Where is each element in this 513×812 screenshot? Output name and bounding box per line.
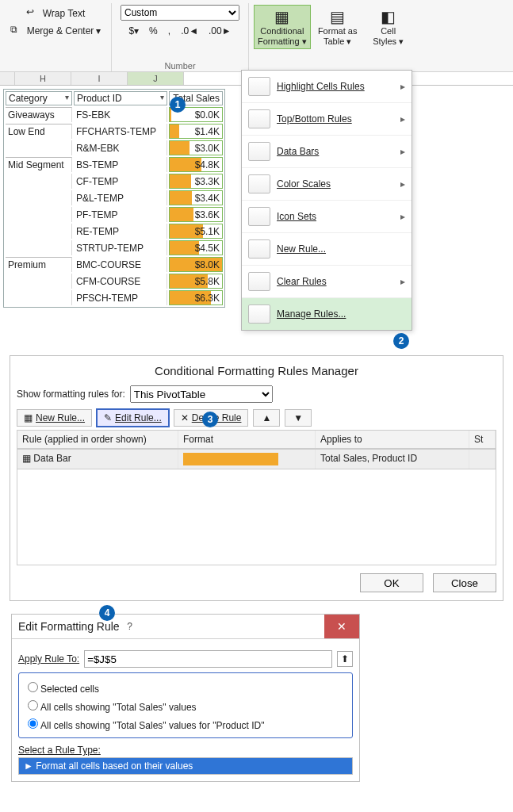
edit-rule-label: Edit Rule... bbox=[115, 412, 162, 423]
sales-cell[interactable]: $6.3K bbox=[169, 290, 223, 305]
cat-cell bbox=[6, 240, 72, 255]
cat-cell: Mid Segment bbox=[6, 157, 72, 172]
menu-item[interactable]: Icon Sets▸ bbox=[242, 200, 412, 232]
fat-label: Format as Table ▾ bbox=[318, 26, 358, 47]
wrap-text-button[interactable]: ↩Wrap Text bbox=[23, 5, 89, 22]
sales-value: $3.0K bbox=[170, 143, 222, 154]
manage-rules-menu-item[interactable]: Manage Rules... bbox=[242, 297, 412, 330]
close-button[interactable]: Close bbox=[433, 573, 496, 592]
scope-radio-group: Selected cells All cells showing "Total … bbox=[18, 672, 353, 738]
ribbon: ↩Wrap Text ⧉Merge & Center ▾ Custom $▾ %… bbox=[0, 0, 513, 72]
dialog-close-button[interactable]: ✕ bbox=[324, 615, 359, 638]
menu-item[interactable]: Top/Bottom Rules▸ bbox=[242, 102, 412, 135]
comma-button[interactable]: , bbox=[165, 24, 174, 38]
increase-decimal-button[interactable]: .0◄ bbox=[178, 24, 201, 38]
col-i[interactable]: I bbox=[71, 72, 128, 85]
pivot-table[interactable]: Category Product ID Total Sales Giveaway… bbox=[3, 89, 225, 308]
edit-rule-icon: ✎ bbox=[104, 412, 112, 423]
product-cell: FFCHARTS-TEMP bbox=[74, 124, 167, 139]
edit-rule-button[interactable]: ✎Edit Rule... bbox=[97, 409, 169, 427]
hdr-rule: Rule (applied in order shown) bbox=[17, 431, 178, 448]
databar-icon: ▦ bbox=[22, 453, 33, 464]
sales-cell[interactable]: $3.4K bbox=[169, 190, 223, 205]
opt-all-total[interactable]: All cells showing "Total Sales" values bbox=[24, 696, 347, 714]
sales-cell[interactable]: $3.3K bbox=[169, 174, 223, 189]
styles-group: ▦ Conditional Formatting ▾ ▤ Format as T… bbox=[249, 3, 513, 71]
conditional-formatting-icon: ▦ bbox=[274, 7, 289, 26]
sales-cell[interactable]: $4.8K bbox=[169, 157, 223, 172]
show-rules-select[interactable]: This PivotTable bbox=[130, 385, 273, 403]
sales-cell[interactable]: $3.6K bbox=[169, 207, 223, 222]
cat-cell bbox=[6, 207, 72, 222]
help-button[interactable]: ? bbox=[120, 621, 140, 632]
ok-button[interactable]: OK bbox=[360, 573, 423, 592]
sales-cell[interactable]: $5.1K bbox=[169, 224, 223, 239]
range-picker-button[interactable]: ⬆ bbox=[337, 651, 353, 667]
product-cell: CFM-COURSE bbox=[74, 274, 167, 289]
rules-empty-area bbox=[17, 469, 496, 565]
sales-cell[interactable]: $8.0K bbox=[169, 257, 223, 272]
cat-cell bbox=[6, 190, 72, 205]
sales-cell[interactable]: $4.5K bbox=[169, 240, 223, 255]
edit-rule-title: Edit Formatting Rule bbox=[18, 620, 120, 633]
rule-row[interactable]: ▦ Data Bar Total Sales, Product ID bbox=[17, 449, 496, 469]
rule-type-item[interactable]: ► Format all cells based on their values bbox=[19, 758, 352, 774]
product-cell: R&M-EBK bbox=[74, 140, 167, 155]
col-h[interactable]: H bbox=[15, 72, 71, 85]
col-j[interactable]: J bbox=[128, 72, 184, 85]
menu-icon bbox=[248, 239, 270, 259]
edit-rule-dialog: Edit Formatting Rule ? ✕ Apply Rule To: … bbox=[11, 614, 360, 782]
number-group: Custom $▾ % , .0◄ .00► Number bbox=[112, 3, 249, 71]
cat-cell bbox=[6, 274, 72, 289]
sales-value: $6.3K bbox=[170, 293, 222, 304]
product-cell: FS-EBK bbox=[74, 107, 167, 122]
new-rule-menu-item[interactable]: New Rule... bbox=[242, 232, 412, 265]
format-as-table-button[interactable]: ▤ Format as Table ▾ bbox=[314, 5, 362, 49]
percent-button[interactable]: % bbox=[146, 24, 161, 38]
menu-item[interactable]: Data Bars▸ bbox=[242, 135, 412, 167]
new-rule-button[interactable]: ▦New Rule... bbox=[17, 409, 92, 427]
decrease-decimal-button[interactable]: .00► bbox=[205, 24, 235, 38]
merge-center-button[interactable]: ⧉Merge & Center ▾ bbox=[7, 22, 105, 40]
opt-all-total-product[interactable]: All cells showing "Total Sales" values f… bbox=[24, 714, 347, 733]
show-rules-label: Show formatting rules for: bbox=[17, 389, 125, 400]
product-cell: P&L-TEMP bbox=[74, 190, 167, 205]
rule-type-list[interactable]: ► Format all cells based on their values bbox=[18, 757, 353, 775]
conditional-formatting-menu: Highlight Cells Rules▸Top/Bottom Rules▸D… bbox=[241, 70, 412, 331]
alignment-group: ↩Wrap Text ⧉Merge & Center ▾ bbox=[0, 3, 112, 71]
clear-rules-menu-item[interactable]: Clear Rules▸ bbox=[242, 265, 412, 297]
cat-cell bbox=[6, 224, 72, 239]
hdr-category[interactable]: Category bbox=[6, 91, 72, 105]
cell-styles-button[interactable]: ◧ Cell Styles ▾ bbox=[365, 5, 412, 49]
sales-cell[interactable]: $1.4K bbox=[169, 124, 223, 139]
wrap-icon: ↩ bbox=[26, 6, 40, 21]
menu-icon bbox=[248, 304, 270, 324]
menu-item[interactable]: Highlight Cells Rules▸ bbox=[242, 71, 412, 102]
sales-value: $3.4K bbox=[170, 193, 222, 204]
product-cell: PF-TEMP bbox=[74, 207, 167, 222]
badge-3: 3 bbox=[202, 412, 218, 427]
apply-rule-input[interactable] bbox=[84, 650, 332, 668]
opt-selected[interactable]: Selected cells bbox=[24, 678, 347, 696]
number-group-label: Number bbox=[112, 61, 248, 71]
product-cell: CF-TEMP bbox=[74, 174, 167, 189]
styles-icon: ◧ bbox=[381, 7, 396, 26]
sales-cell[interactable]: $5.8K bbox=[169, 274, 223, 289]
sales-cell[interactable]: $3.0K bbox=[169, 140, 223, 155]
applies-to: Total Sales, Product ID bbox=[316, 450, 469, 469]
menu-item[interactable]: Color Scales▸ bbox=[242, 167, 412, 200]
move-down-button[interactable]: ▼ bbox=[285, 409, 312, 427]
sales-value: $1.4K bbox=[170, 126, 222, 137]
rules-header: Rule (applied in order shown) Format App… bbox=[17, 430, 496, 449]
number-format-select[interactable]: Custom bbox=[121, 5, 239, 21]
wrap-text-label: Wrap Text bbox=[43, 8, 86, 19]
badge-4: 4 bbox=[99, 605, 115, 621]
currency-button[interactable]: $▾ bbox=[125, 24, 142, 38]
hdr-product[interactable]: Product ID bbox=[74, 91, 167, 105]
product-cell: RE-TEMP bbox=[74, 224, 167, 239]
cond-label: Conditional Formatting ▾ bbox=[258, 26, 307, 47]
conditional-formatting-button[interactable]: ▦ Conditional Formatting ▾ bbox=[254, 5, 311, 49]
menu-icon bbox=[248, 77, 270, 96]
move-up-button[interactable]: ▲ bbox=[253, 409, 280, 427]
chevron-down-icon: ▾ bbox=[96, 25, 101, 36]
